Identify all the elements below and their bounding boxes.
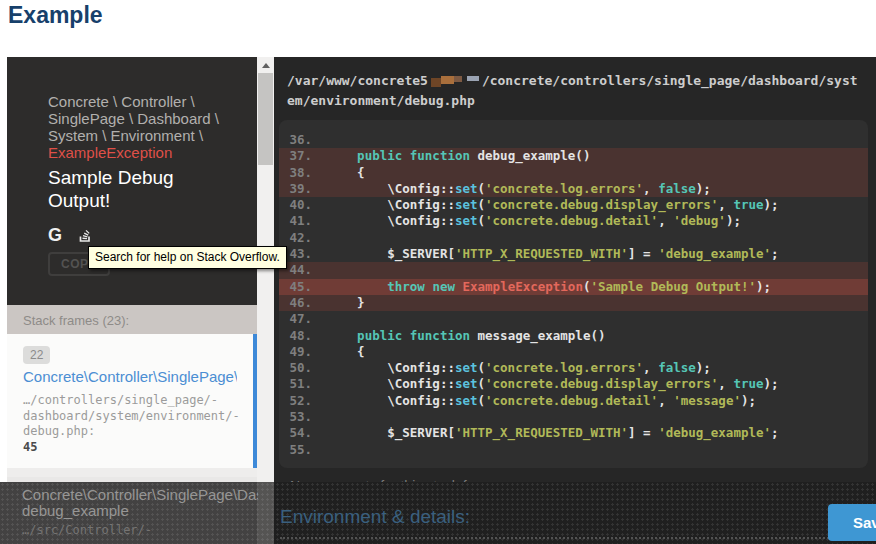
code-text: } bbox=[327, 295, 365, 311]
code-line: 41. \Config::set('concrete.debug.detail'… bbox=[279, 213, 868, 229]
code-line: 39. \Config::set('concrete.log.errors', … bbox=[279, 181, 868, 197]
code-line: 45. throw new ExampleException('Sample D… bbox=[279, 279, 868, 295]
code-text: { bbox=[327, 165, 365, 181]
stackoverflow-search-icon[interactable] bbox=[77, 227, 93, 243]
code-text: throw new ExampleException('Sample Debug… bbox=[327, 279, 771, 295]
code-text: { bbox=[327, 344, 365, 360]
code-text: \Config::set('concrete.log.errors', fals… bbox=[327, 181, 711, 197]
source-file-path: /var/www/concrete5/concrete/controllers/… bbox=[287, 71, 862, 111]
google-search-icon[interactable]: G bbox=[48, 225, 62, 246]
breadcrumb-line: SinglePage \ Dashboard \ bbox=[48, 110, 239, 127]
line-number: 40. bbox=[279, 197, 327, 213]
code-text: public function debug_example() bbox=[327, 148, 590, 164]
code-text: \Config::set('concrete.debug.display_err… bbox=[327, 197, 779, 213]
sidebar-scrollbar[interactable] bbox=[257, 57, 274, 544]
file-path-prefix: /var/www/concrete5 bbox=[287, 73, 428, 88]
code-line: 49. { bbox=[279, 344, 868, 360]
code-text: $_SERVER['HTTP_X_REQUESTED_WITH'] = 'deb… bbox=[327, 425, 779, 441]
line-number: 53. bbox=[279, 409, 327, 425]
stack-frames-header: Stack frames (23): bbox=[7, 305, 257, 334]
environment-details-heading: Environment & details: bbox=[280, 506, 876, 539]
code-line: 44. bbox=[279, 262, 868, 278]
exception-class-breadcrumb: Concrete \ Controller \ SinglePage \ Das… bbox=[48, 93, 239, 161]
line-number: 47. bbox=[279, 311, 327, 327]
search-icons-row: G bbox=[48, 225, 239, 245]
line-number: 54. bbox=[279, 425, 327, 441]
stack-frame-21-title: Concrete\Controller\SinglePage\Dash debu… bbox=[22, 487, 258, 519]
code-text: \Config::set('concrete.log.errors', fals… bbox=[327, 360, 711, 376]
save-button[interactable]: Save bbox=[828, 504, 876, 541]
code-line: 55. bbox=[279, 442, 868, 458]
line-number: 51. bbox=[279, 376, 327, 392]
frame-file-path: …/controllers/single_page/- dashboard/sy… bbox=[23, 393, 237, 455]
line-number: 50. bbox=[279, 360, 327, 376]
edit-mode-overlay: Concrete\Controller\SinglePage\Dash debu… bbox=[0, 482, 876, 544]
line-number: 39. bbox=[279, 181, 327, 197]
line-number: 46. bbox=[279, 295, 327, 311]
stackoverflow-tooltip: Search for help on Stack Overflow. bbox=[88, 246, 287, 269]
code-panel: /var/www/concrete5/concrete/controllers/… bbox=[274, 57, 876, 544]
line-number: 52. bbox=[279, 393, 327, 409]
exception-message: Sample Debug Output! bbox=[48, 166, 208, 212]
exception-class-name: ExampleException bbox=[48, 144, 239, 161]
line-number: 55. bbox=[279, 442, 327, 458]
code-line: 52. \Config::set('concrete.debug.detail'… bbox=[279, 393, 868, 409]
line-number: 49. bbox=[279, 344, 327, 360]
code-line: 43. $_SERVER['HTTP_X_REQUESTED_WITH'] = … bbox=[279, 246, 868, 262]
code-line: 46. } bbox=[279, 295, 868, 311]
whoops-error-widget: Concrete \ Controller \ SinglePage \ Das… bbox=[7, 57, 876, 544]
code-line: 38. { bbox=[279, 165, 868, 181]
stack-frame-22[interactable]: 22 Concrete\Controller\SinglePage\Das …/… bbox=[7, 334, 257, 468]
code-line: 48. public function message_example() bbox=[279, 328, 868, 344]
code-line: 51. \Config::set('concrete.debug.display… bbox=[279, 376, 868, 392]
exception-sidebar: Concrete \ Controller \ SinglePage \ Das… bbox=[7, 57, 257, 544]
breadcrumb-line: Concrete \ Controller \ bbox=[48, 93, 239, 110]
redacted-path-segment bbox=[431, 71, 479, 91]
code-line: 50. \Config::set('concrete.log.errors', … bbox=[279, 360, 868, 376]
code-line: 42. bbox=[279, 230, 868, 246]
code-line: 40. \Config::set('concrete.debug.display… bbox=[279, 197, 868, 213]
frame-line-number: 45 bbox=[23, 440, 37, 454]
code-line: 37. public function debug_example() bbox=[279, 148, 868, 164]
frame-path-line: debug.php:45 bbox=[23, 424, 237, 455]
frame-index-badge: 22 bbox=[23, 346, 50, 364]
breadcrumb-line: System \ Environment \ bbox=[48, 127, 239, 144]
frame-path-line: …/controllers/single_page/- bbox=[23, 393, 237, 409]
line-number: 45. bbox=[279, 279, 327, 295]
code-line: 47. bbox=[279, 311, 868, 327]
page: Example Concrete \ Controller \ SinglePa… bbox=[0, 0, 876, 544]
code-line: 36. bbox=[279, 132, 868, 148]
code-text: \Config::set('concrete.debug.display_err… bbox=[327, 376, 779, 392]
code-text: $_SERVER['HTTP_X_REQUESTED_WITH'] = 'deb… bbox=[327, 246, 779, 262]
scrollbar-up-arrow[interactable] bbox=[257, 57, 274, 73]
line-number: 48. bbox=[279, 328, 327, 344]
line-number: 37. bbox=[279, 148, 327, 164]
scrollbar-thumb[interactable] bbox=[258, 73, 273, 165]
frame-path-line: dashboard/system/environment/- bbox=[23, 409, 237, 425]
code-text: \Config::set('concrete.debug.detail', 'm… bbox=[327, 393, 756, 409]
stack-frame-21-path: …/src/Controller/- bbox=[22, 523, 152, 537]
code-lines: 36.37. public function debug_example()38… bbox=[279, 132, 868, 458]
page-title: Example bbox=[8, 2, 103, 29]
code-line: 53. bbox=[279, 409, 868, 425]
line-number: 42. bbox=[279, 230, 327, 246]
line-number: 38. bbox=[279, 165, 327, 181]
code-text: \Config::set('concrete.debug.detail', 'd… bbox=[327, 213, 741, 229]
code-line: 54. $_SERVER['HTTP_X_REQUESTED_WITH'] = … bbox=[279, 425, 868, 441]
up-triangle-icon bbox=[262, 63, 270, 68]
source-code-block: 36.37. public function debug_example()38… bbox=[279, 120, 868, 468]
line-number: 36. bbox=[279, 132, 327, 148]
frame-title: Concrete\Controller\SinglePage\Das bbox=[23, 368, 237, 385]
code-text: public function message_example() bbox=[327, 328, 605, 344]
line-number: 41. bbox=[279, 213, 327, 229]
